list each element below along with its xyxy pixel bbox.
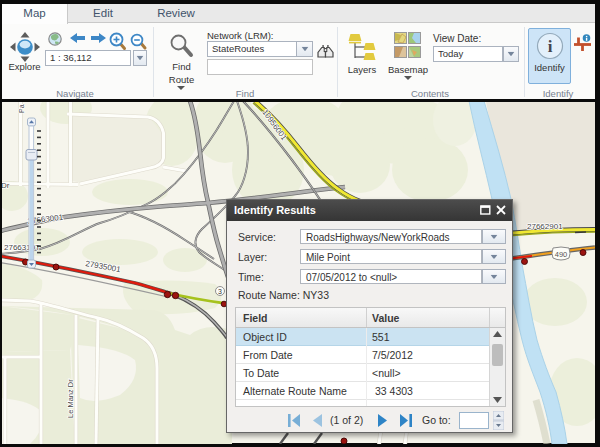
svg-text:2766310T: 2766310T xyxy=(4,243,40,252)
svg-text:3: 3 xyxy=(218,288,222,295)
svg-text:490: 490 xyxy=(555,250,568,259)
svg-text:i: i xyxy=(548,37,553,56)
svg-text:27662901: 27662901 xyxy=(527,222,563,231)
svg-text:Pa: Pa xyxy=(18,104,25,113)
svg-text:Le Manz Dr: Le Manz Dr xyxy=(66,379,75,418)
svg-text:Dr: Dr xyxy=(2,181,10,190)
